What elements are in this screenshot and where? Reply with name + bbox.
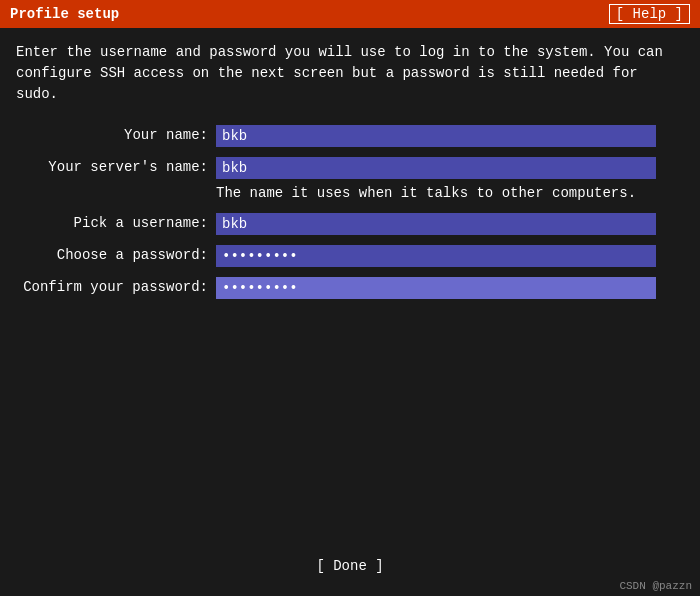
confirm-password-label: Confirm your password: xyxy=(16,277,216,295)
username-input[interactable] xyxy=(216,213,656,235)
server-name-input[interactable] xyxy=(216,157,656,179)
server-name-label: Your server's name: xyxy=(16,157,216,175)
server-name-hint-row: The name it uses when it talks to other … xyxy=(16,185,684,201)
done-button[interactable]: [ Done ] xyxy=(306,556,393,576)
password-input-wrapper xyxy=(216,245,684,267)
server-name-row: Your server's name: xyxy=(16,157,684,179)
title-bar: Profile setup [ Help ] xyxy=(0,0,700,28)
app-title: Profile setup xyxy=(10,6,119,22)
username-row: Pick a username: xyxy=(16,213,684,235)
bottom-bar: [ Done ] xyxy=(0,556,700,576)
confirm-password-input-wrapper xyxy=(216,277,684,299)
confirm-password-input[interactable] xyxy=(216,277,656,299)
username-label: Pick a username: xyxy=(16,213,216,231)
hint-spacer xyxy=(16,185,216,201)
password-row: Choose a password: xyxy=(16,245,684,267)
server-name-hint: The name it uses when it talks to other … xyxy=(216,185,636,201)
main-content: Enter the username and password you will… xyxy=(0,28,700,323)
server-name-input-wrapper xyxy=(216,157,684,179)
password-input[interactable] xyxy=(216,245,656,267)
your-name-input[interactable] xyxy=(216,125,656,147)
your-name-row: Your name: xyxy=(16,125,684,147)
help-button[interactable]: [ Help ] xyxy=(609,4,690,24)
your-name-label: Your name: xyxy=(16,125,216,143)
watermark: CSDN @pazzn xyxy=(619,580,692,592)
description-text: Enter the username and password you will… xyxy=(16,42,684,105)
your-name-input-wrapper xyxy=(216,125,684,147)
password-label: Choose a password: xyxy=(16,245,216,263)
username-input-wrapper xyxy=(216,213,684,235)
confirm-password-row: Confirm your password: xyxy=(16,277,684,299)
